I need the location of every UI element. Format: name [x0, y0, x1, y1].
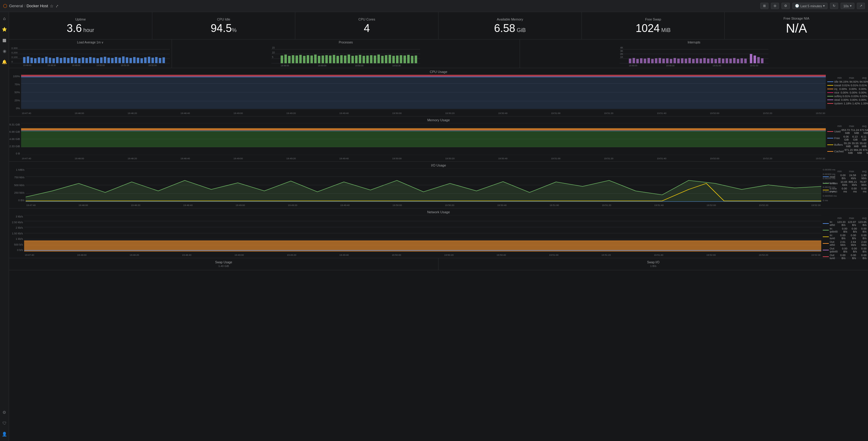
svg-text:19:48:00: 19:48:00 — [23, 64, 32, 66]
processes-svg: 15 10 5 — [174, 45, 518, 66]
svg-rect-112 — [640, 58, 642, 63]
svg-rect-31 — [107, 58, 110, 63]
zoom-out-button[interactable]: ⊖ — [771, 3, 779, 9]
stat-free-storage: Free Storage NIA N/A — [725, 12, 868, 39]
softirq-color — [827, 96, 833, 97]
svg-rect-21 — [71, 57, 73, 63]
stat-cpu-idle: CPU Idle 94.5% — [152, 12, 296, 39]
free-swap-label: Free Swap — [645, 18, 661, 21]
svg-text:0.300: 0.300 — [11, 47, 18, 50]
sidebar-explore-icon[interactable]: ◉ — [1, 47, 8, 55]
svg-rect-90 — [392, 56, 395, 63]
cpu-y-axis: 100% 75% 50% 25% 0% — [9, 75, 21, 110]
svg-rect-140 — [729, 59, 732, 63]
memory-used-legend: Used 653.73 MiB 711.24 MiB 672.54 MiB — [827, 128, 867, 134]
network-legend: min max avg In: eth0 123.33 B/s 123.97 B… — [823, 215, 867, 258]
iowait-max: 0.01% — [851, 84, 859, 87]
sidebar-dashboard-icon[interactable]: ▦ — [1, 36, 8, 44]
idle-color — [827, 82, 833, 82]
legend-min-header: min — [830, 76, 842, 79]
sidebar-star-icon[interactable]: ⭐ — [1, 25, 8, 33]
nice-color — [827, 92, 833, 93]
sidebar-user-icon[interactable]: 👤 — [1, 430, 8, 438]
breadcrumb-current: Docker Host — [27, 4, 48, 8]
svg-text:0.200: 0.200 — [11, 51, 18, 54]
svg-rect-85 — [374, 56, 376, 63]
svg-rect-37 — [129, 58, 132, 63]
time-range-label: Last 5 minutes — [801, 4, 822, 8]
swap-usage-value: 1.40 GiB — [218, 264, 229, 267]
legend-steal: steal 0.00% 0.00% 0.00% — [827, 98, 867, 101]
svg-text:19:48:00: 19:48:00 — [629, 64, 637, 66]
breadcrumb-home[interactable]: General — [9, 4, 23, 8]
cached-color — [827, 151, 833, 152]
idle-max: 94.92% — [849, 80, 859, 83]
avail-memory-label: Available Memory — [497, 18, 523, 21]
svg-rect-132 — [757, 57, 760, 63]
io-written-legend: written 10.65 kb/s 895.21 kb/s 76.87 kb/… — [823, 180, 867, 186]
svg-rect-128 — [700, 59, 702, 63]
io-x-axis: 19:47:40 19:48:00 19:48:20 19:48:40 19:4… — [26, 202, 821, 209]
irq-min: 0.00% — [838, 88, 847, 91]
svg-rect-88 — [385, 55, 387, 63]
svg-text:19:49:00: 19:49:00 — [318, 64, 326, 66]
svg-rect-94 — [407, 55, 409, 63]
network-chart-svg — [24, 215, 821, 252]
favorite-icon[interactable]: ☆ — [50, 4, 54, 8]
svg-rect-9 — [27, 56, 29, 63]
svg-rect-24 — [82, 57, 84, 63]
time-range-button[interactable]: 🕐 Last 5 minutes ▾ — [792, 3, 828, 9]
interrupts-title: Interrupts — [522, 41, 866, 44]
svg-rect-64 — [296, 56, 298, 63]
svg-rect-39 — [137, 58, 140, 63]
svg-text:5: 5 — [272, 56, 274, 59]
svg-text:19:49:00: 19:49:00 — [72, 64, 81, 66]
sidebar-alert-icon[interactable]: 🔔 — [1, 58, 8, 66]
svg-rect-62 — [288, 56, 290, 63]
svg-rect-129 — [703, 58, 706, 63]
svg-rect-46 — [162, 57, 165, 63]
svg-rect-60 — [281, 56, 283, 63]
processes-chart: Processes 15 10 5 — [172, 39, 520, 68]
free-storage-label: Free Storage NIA — [783, 17, 809, 20]
legend-system: system 1.18% 1.42% 1.33% — [827, 102, 867, 105]
svg-rect-130 — [750, 54, 752, 63]
swap-row: Swap Usage 1.40 GiB Swap I/O 1 B/s — [9, 258, 868, 270]
svg-rect-18 — [60, 58, 62, 63]
cpu-idle-value: 94.5% — [211, 22, 237, 34]
svg-rect-20 — [67, 58, 69, 63]
share-dashboard-button[interactable]: ↗ — [857, 3, 865, 9]
sidebar-shield-icon[interactable]: 🛡 — [1, 419, 8, 427]
sidebar-home-icon[interactable]: ⌂ — [1, 14, 8, 22]
svg-rect-86 — [377, 55, 380, 63]
io-chart-svg — [26, 168, 821, 202]
svg-rect-11 — [34, 58, 36, 63]
svg-rect-17 — [56, 57, 59, 63]
svg-rect-33 — [115, 57, 117, 63]
refresh-button[interactable]: ↻ — [830, 3, 838, 9]
svg-rect-63 — [292, 55, 294, 63]
svg-rect-136 — [714, 59, 717, 63]
svg-rect-121 — [674, 58, 676, 63]
sidebar: ⌂ ⭐ ▦ ◉ 🔔 ⚙ 🛡 👤 — [0, 12, 9, 441]
stat-cards: Uptime 3.6 hour CPU Idle 94.5% CPU Cores… — [9, 12, 868, 39]
refresh-interval-button[interactable]: 10s ▾ — [841, 3, 855, 9]
svg-rect-30 — [104, 57, 106, 63]
steal-color — [827, 99, 833, 100]
share-icon[interactable]: ⤤ — [56, 4, 59, 8]
nice-avg: 0.00% — [858, 91, 867, 94]
nice-min: 0.00% — [840, 91, 848, 94]
load-avg-title[interactable]: Load Average 1m ∨ — [11, 41, 170, 44]
sidebar-settings-icon[interactable]: ⚙ — [1, 408, 8, 416]
svg-marker-182 — [24, 241, 821, 252]
layout: ⌂ ⭐ ▦ ◉ 🔔 ⚙ 🛡 👤 Uptime 3.6 hour CPU Idle… — [0, 12, 868, 441]
view-toggle-button[interactable]: ⊞ — [760, 3, 769, 9]
svg-rect-143 — [740, 58, 743, 63]
svg-text:0.100: 0.100 — [11, 56, 18, 59]
system-label: system — [834, 102, 843, 105]
svg-text:10: 10 — [272, 51, 275, 54]
softirq-min: 0.01% — [843, 95, 850, 98]
svg-rect-22 — [74, 58, 77, 63]
settings-button[interactable]: ⚙ — [781, 3, 790, 9]
legend-softirq: softirq 0.01% 0.03% 0.02% — [827, 95, 867, 98]
